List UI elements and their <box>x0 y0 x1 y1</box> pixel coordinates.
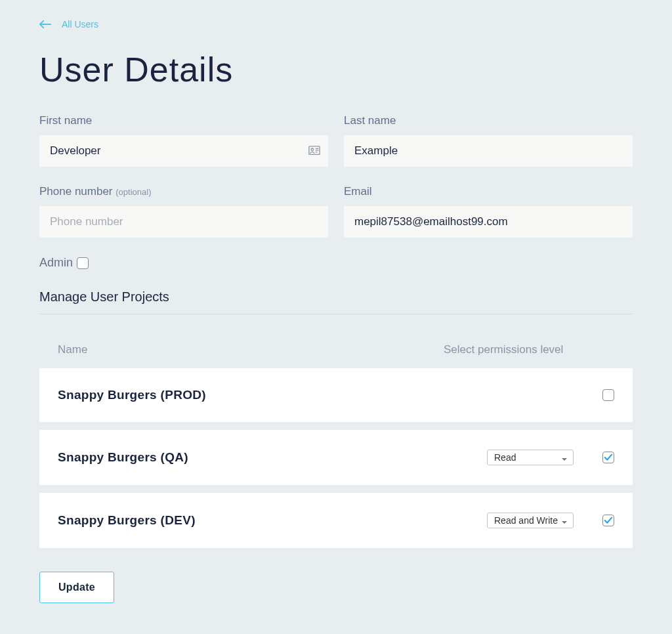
phone-input[interactable] <box>39 206 328 238</box>
back-link[interactable]: All Users <box>39 18 98 30</box>
chevron-down-icon <box>561 517 568 524</box>
autofill-icon <box>308 146 320 156</box>
project-row: Snappy Burgers (QA) Read <box>39 430 633 485</box>
email-input[interactable] <box>344 206 633 238</box>
admin-checkbox[interactable] <box>77 257 89 269</box>
projects-table-header: Name Select permissions level <box>39 333 633 368</box>
last-name-label: Last name <box>344 114 633 127</box>
back-link-label: All Users <box>62 19 98 30</box>
permission-select-value: Read and Write <box>494 515 558 526</box>
first-name-label: First name <box>39 114 328 127</box>
permission-select[interactable]: Read and Write <box>487 513 574 528</box>
project-row: Snappy Burgers (PROD) <box>39 368 633 422</box>
admin-row: Admin <box>39 256 633 270</box>
project-enabled-checkbox[interactable] <box>602 452 614 463</box>
project-enabled-checkbox[interactable] <box>602 515 614 526</box>
email-label: Email <box>344 185 633 198</box>
projects-section-title: Manage User Projects <box>39 289 633 305</box>
chevron-down-icon <box>561 454 568 461</box>
project-row: Snappy Burgers (DEV) Read and Write <box>39 493 633 548</box>
col-permissions-header: Select permissions level <box>444 343 614 356</box>
col-name-header: Name <box>58 343 444 356</box>
phone-label: Phone number (optional) <box>39 185 328 198</box>
back-arrow-icon <box>39 18 51 30</box>
permission-select-value: Read <box>494 452 516 463</box>
update-button[interactable]: Update <box>39 572 114 603</box>
project-name: Snappy Burgers (QA) <box>58 450 463 465</box>
project-enabled-checkbox[interactable] <box>602 389 614 401</box>
last-name-input[interactable] <box>344 135 633 167</box>
project-name: Snappy Burgers (DEV) <box>58 513 463 528</box>
project-name: Snappy Burgers (PROD) <box>58 388 463 402</box>
page-title: User Details <box>39 50 633 89</box>
projects-divider <box>39 314 633 314</box>
svg-point-1 <box>311 148 314 151</box>
first-name-input[interactable] <box>39 135 328 167</box>
permission-select[interactable]: Read <box>487 450 574 465</box>
phone-optional: (optional) <box>116 187 151 197</box>
admin-label: Admin <box>39 256 73 270</box>
